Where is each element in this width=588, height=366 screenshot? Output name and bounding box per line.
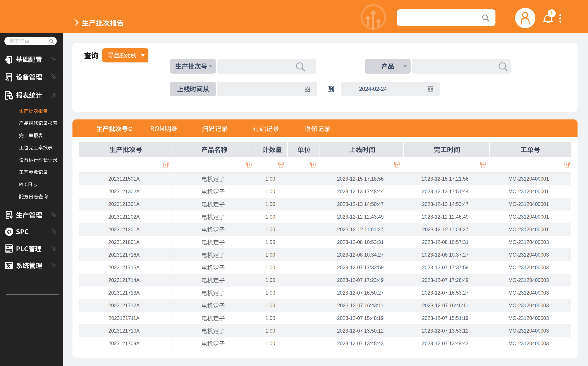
svg-text:PLC: PLC (7, 246, 11, 249)
